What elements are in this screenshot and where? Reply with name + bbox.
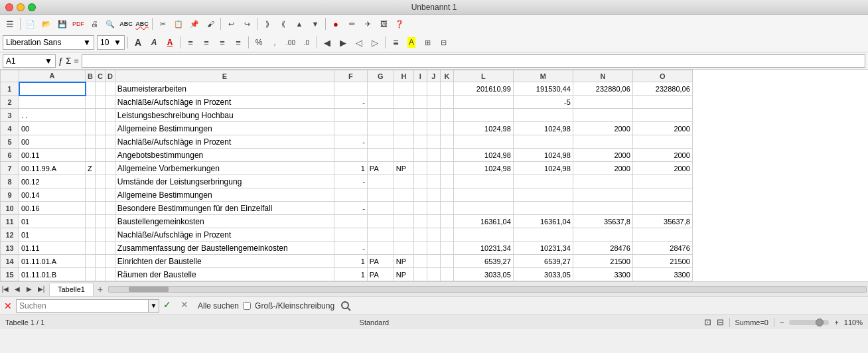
cell-C12[interactable] [95, 228, 105, 242]
add-sheet-button[interactable]: + [94, 283, 107, 296]
cell-H13[interactable] [394, 242, 413, 255]
cell-B5[interactable] [86, 135, 96, 149]
nav2-btn[interactable]: ⟪ [276, 17, 291, 31]
font-name-selector[interactable]: Liberation Sans ▼ [3, 35, 94, 50]
tab-nav-first[interactable]: |◀ [0, 284, 11, 295]
cell-J4[interactable] [427, 122, 440, 135]
cell-J6[interactable] [427, 149, 440, 162]
copy-btn[interactable]: 📋 [171, 17, 186, 31]
cell-O11[interactable]: 35637,8 [632, 215, 692, 228]
print-btn[interactable]: 🖨 [87, 17, 102, 31]
cell-G7[interactable]: PA [367, 162, 394, 175]
cell-I10[interactable] [413, 202, 427, 215]
col-header-H[interactable]: H [394, 70, 413, 82]
paste-btn[interactable]: 📌 [187, 17, 202, 31]
cell-F4[interactable] [334, 122, 367, 135]
cell-N7[interactable]: 2000 [573, 162, 632, 175]
cell-D15[interactable] [105, 268, 115, 281]
row-number-8[interactable]: 8 [1, 175, 19, 188]
cell-N14[interactable]: 21500 [573, 255, 632, 268]
cell-A10[interactable]: 00.16 [19, 202, 86, 215]
cell-D9[interactable] [105, 188, 115, 202]
cell-A5[interactable]: 00 [19, 135, 86, 149]
cell-L5[interactable] [453, 135, 513, 149]
plane-btn[interactable]: ✈ [360, 17, 375, 31]
cell-K9[interactable] [440, 188, 453, 202]
nav1-btn[interactable]: ⟫ [260, 17, 275, 31]
cell-C13[interactable] [95, 242, 105, 255]
cell-M7[interactable]: 1024,98 [513, 162, 573, 175]
cell-M6[interactable]: 1024,98 [513, 149, 573, 162]
cell-I5[interactable] [413, 135, 427, 149]
cell-G15[interactable]: PA [367, 268, 394, 281]
cell-A4[interactable]: 00 [19, 122, 86, 135]
cell-L9[interactable] [453, 188, 513, 202]
cell-E15[interactable]: Räumen der Baustelle [115, 268, 334, 281]
cell-C4[interactable] [95, 122, 105, 135]
cell-G9[interactable] [367, 188, 394, 202]
cell-I13[interactable] [413, 242, 427, 255]
cell-B6[interactable] [86, 149, 96, 162]
cell-K10[interactable] [440, 202, 453, 215]
cell-L7[interactable]: 1024,98 [453, 162, 513, 175]
align-center-btn[interactable]: ≡ [199, 35, 214, 50]
cell-F10[interactable]: - [334, 202, 367, 215]
cell-G1[interactable] [367, 82, 394, 96]
align-right-btn[interactable]: ≡ [215, 35, 230, 50]
tab-nav-prev[interactable]: ◀ [12, 284, 23, 295]
cell-M12[interactable] [513, 228, 573, 242]
cell-E4[interactable]: Allgemeine Bestimmungen [115, 122, 334, 135]
circle-red-btn[interactable]: ● [328, 17, 343, 31]
clone-btn[interactable]: 🖌 [203, 17, 218, 31]
cell-A2[interactable] [19, 96, 86, 109]
cell-N13[interactable]: 28476 [573, 242, 632, 255]
cell-N5[interactable] [573, 135, 632, 149]
edit-btn[interactable]: ✏ [344, 17, 359, 31]
cell-D1[interactable] [105, 82, 115, 96]
cell-G13[interactable] [367, 242, 394, 255]
cell-J14[interactable] [427, 255, 440, 268]
col-header-G[interactable]: G [367, 70, 394, 82]
row-number-1[interactable]: 1 [1, 82, 19, 96]
cell-I9[interactable] [413, 188, 427, 202]
cell-E10[interactable]: Besondere Bestimmungen für den Einzelfal… [115, 202, 334, 215]
cell-J10[interactable] [427, 202, 440, 215]
cell-K14[interactable] [440, 255, 453, 268]
page-mode-icon2[interactable]: ⊟ [717, 317, 724, 327]
cell-B9[interactable] [86, 188, 96, 202]
cell-reference-box[interactable]: A1 ▼ [3, 54, 56, 68]
search-options-icon[interactable] [338, 299, 353, 313]
cell-G5[interactable] [367, 135, 394, 149]
minimize-button[interactable] [17, 3, 25, 11]
spell1-btn[interactable]: ABC [119, 17, 133, 31]
cell-M2[interactable]: -5 [513, 96, 573, 109]
menu-icon[interactable]: ☰ [3, 17, 17, 31]
cell-D10[interactable] [105, 202, 115, 215]
cell-I11[interactable] [413, 215, 427, 228]
col-header-I[interactable]: I [413, 70, 427, 82]
cell-C5[interactable] [95, 135, 105, 149]
sheet-tab-tabelle1[interactable]: Tabelle1 [49, 283, 94, 296]
cell-H8[interactable] [394, 175, 413, 188]
pdf-btn[interactable]: PDF [71, 17, 86, 31]
cell-A1[interactable] [19, 82, 86, 96]
zoom-slider[interactable] [789, 320, 829, 325]
col-header-O[interactable]: O [632, 70, 692, 82]
cell-C9[interactable] [95, 188, 105, 202]
scrollbar-thumb[interactable] [129, 287, 169, 292]
cell-C6[interactable] [95, 149, 105, 162]
cell-N15[interactable]: 3300 [573, 268, 632, 281]
cell-H2[interactable] [394, 96, 413, 109]
col-header-K[interactable]: K [440, 70, 453, 82]
cell-D2[interactable] [105, 96, 115, 109]
cell-H4[interactable] [394, 122, 413, 135]
col-header-L[interactable]: L [453, 70, 513, 82]
cell-C14[interactable] [95, 255, 105, 268]
col-header-A[interactable]: A [19, 70, 86, 82]
row-number-14[interactable]: 14 [1, 255, 19, 268]
cell-M11[interactable]: 16361,04 [513, 215, 573, 228]
cell-G4[interactable] [367, 122, 394, 135]
cell-F1[interactable] [334, 82, 367, 96]
cell-L8[interactable] [453, 175, 513, 188]
cell-N10[interactable] [573, 202, 632, 215]
